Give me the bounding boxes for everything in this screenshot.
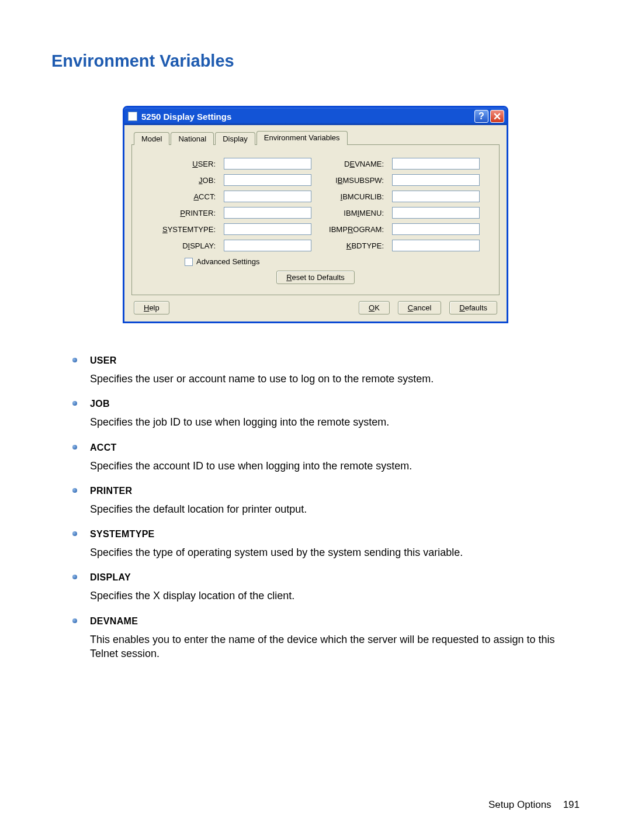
bullet-icon xyxy=(72,575,77,579)
window-title: 5250 Display Settings xyxy=(141,112,474,122)
dialog-window: 5250 Display Settings ? Model National D… xyxy=(123,106,508,323)
tab-national[interactable]: National xyxy=(171,132,214,145)
list-item: ACCT Specifies the account ID to use whe… xyxy=(90,443,561,473)
list-item: PRINTER Specifies the default location f… xyxy=(90,486,561,516)
label-acct: ACCT: xyxy=(151,192,216,201)
ok-button[interactable]: OK xyxy=(359,301,390,314)
term-devname: DEVNAME xyxy=(90,616,561,627)
app-icon xyxy=(128,112,137,121)
acct-field[interactable] xyxy=(224,191,311,202)
tab-environment-variables[interactable]: Environment Variables xyxy=(256,131,348,145)
bullet-icon xyxy=(72,358,77,362)
list-item: USER Specifies the user or account name … xyxy=(90,355,561,386)
bullet-icon xyxy=(72,445,77,450)
job-field[interactable] xyxy=(224,174,311,186)
tab-display[interactable]: Display xyxy=(215,132,255,145)
label-systemtype: SYSTEMTYPE: xyxy=(151,225,216,234)
page-heading: Environment Variables xyxy=(51,51,580,71)
label-kbdtype: KBDTYPE: xyxy=(320,241,384,250)
label-devname: DEVNAME: xyxy=(320,160,384,168)
ibmprogram-field[interactable] xyxy=(392,223,480,235)
desc-display: Specifies the X display location of the … xyxy=(90,589,561,603)
advanced-settings-label: Advanced Settings xyxy=(196,257,259,266)
devname-field[interactable] xyxy=(392,158,480,170)
user-field[interactable] xyxy=(224,158,311,170)
label-ibmimenu: IBMIMENU: xyxy=(320,209,384,217)
tab-model[interactable]: Model xyxy=(134,132,169,145)
defaults-button[interactable]: Defaults xyxy=(449,301,497,314)
desc-printer: Specifies the default location for print… xyxy=(90,502,561,516)
desc-acct: Specifies the account ID to use when log… xyxy=(90,459,561,473)
printer-field[interactable] xyxy=(224,207,311,219)
term-job: JOB xyxy=(90,399,561,409)
bullet-icon xyxy=(72,618,77,623)
cancel-button[interactable]: Cancel xyxy=(398,301,441,314)
dialog-body: Model National Display Environment Varia… xyxy=(124,125,507,322)
ibmimenu-field[interactable] xyxy=(392,207,480,219)
close-icon[interactable] xyxy=(490,110,504,123)
kbdtype-field[interactable] xyxy=(392,240,480,251)
term-display: DISPLAY xyxy=(90,572,561,583)
desc-systemtype: Specifies the type of operating system u… xyxy=(90,545,561,559)
page-footer: Setup Options 191 xyxy=(488,799,580,811)
label-job: JOB: xyxy=(151,176,216,185)
bullet-icon xyxy=(72,531,77,536)
dialog-buttons: Help OK Cancel Defaults xyxy=(131,295,500,316)
tab-panel: USER: DEVNAME: JOB: IBMSUBSPW: ACCT: IBM… xyxy=(131,144,500,295)
list-item: SYSTEMTYPE Specifies the type of operati… xyxy=(90,529,561,559)
titlebar-buttons: ? xyxy=(474,110,504,123)
label-display: DISPLAY: xyxy=(151,241,216,250)
systemtype-field[interactable] xyxy=(224,223,311,235)
label-user: USER: xyxy=(151,160,216,168)
footer-section: Setup Options xyxy=(488,799,552,811)
term-user: USER xyxy=(90,355,561,366)
desc-user: Specifies the user or account name to us… xyxy=(90,372,561,386)
bullet-icon xyxy=(72,488,77,493)
ibmsubspw-field[interactable] xyxy=(392,174,480,186)
list-item: JOB Specifies the job ID to use when log… xyxy=(90,399,561,429)
fields-grid: USER: DEVNAME: JOB: IBMSUBSPW: ACCT: IBM… xyxy=(144,158,487,251)
help-button[interactable]: Help xyxy=(134,301,169,314)
footer-page-number: 191 xyxy=(563,799,580,811)
checkbox-icon[interactable] xyxy=(185,258,193,266)
label-ibmcurlib: IBMCURLIB: xyxy=(320,192,384,201)
desc-job: Specifies the job ID to use when logging… xyxy=(90,415,561,429)
definition-list: USER Specifies the user or account name … xyxy=(90,355,561,661)
label-ibmsubspw: IBMSUBSPW: xyxy=(320,176,384,185)
list-item: DEVNAME This enables you to enter the na… xyxy=(90,616,561,661)
label-printer: PRINTER: xyxy=(151,209,216,217)
desc-devname: This enables you to enter the name of th… xyxy=(90,632,561,661)
list-item: DISPLAY Specifies the X display location… xyxy=(90,572,561,603)
tabs: Model National Display Environment Varia… xyxy=(134,131,500,145)
advanced-settings-row[interactable]: Advanced Settings xyxy=(185,257,487,266)
bullet-icon xyxy=(72,401,77,406)
dialog-screenshot: 5250 Display Settings ? Model National D… xyxy=(123,106,508,323)
titlebar: 5250 Display Settings ? xyxy=(124,108,507,125)
ibmcurlib-field[interactable] xyxy=(392,191,480,202)
reset-to-defaults-button[interactable]: Reset to Defaults xyxy=(276,271,355,284)
term-acct: ACCT xyxy=(90,443,561,453)
display-field[interactable] xyxy=(224,240,311,251)
help-icon[interactable]: ? xyxy=(474,110,488,123)
term-printer: PRINTER xyxy=(90,486,561,496)
term-systemtype: SYSTEMTYPE xyxy=(90,529,561,540)
label-ibmprogram: IBMPROGRAM: xyxy=(320,225,384,234)
